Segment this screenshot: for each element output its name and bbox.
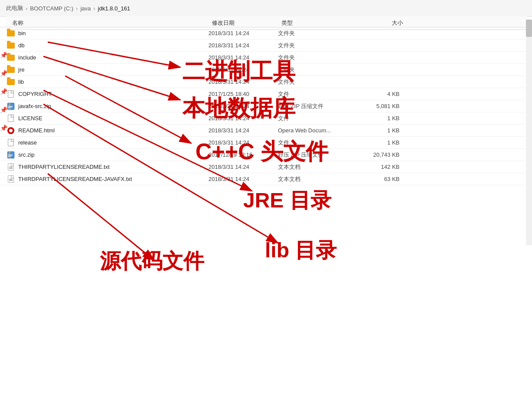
file-type: 文件夹 [278, 54, 356, 62]
col-header-type[interactable]: 类型 [281, 19, 360, 27]
file-name: LICENSE [18, 115, 208, 122]
table-row[interactable]: jre 2018/3/31 14:24 文件夹 [0, 64, 525, 76]
file-date: 2017/1/25 18:40 [208, 91, 278, 97]
file-type: Opera Web Docum... [278, 127, 356, 134]
file-icon [6, 90, 16, 98]
file-name: javafx-src.zip [18, 103, 208, 109]
table-row[interactable]: LICENSE 2018/3/31 14:24 文件 1 KB [0, 112, 525, 125]
opera-icon [6, 127, 16, 135]
folder-icon [6, 42, 16, 49]
file-type: 好压 ZIP 压缩文件 [278, 151, 356, 159]
table-row[interactable]: release 2018/3/31 14:24 文件 1 KB [0, 137, 525, 149]
svg-text:ZIP: ZIP [8, 105, 13, 108]
file-size: 20,743 KB [356, 151, 400, 158]
file-type: 文本文档 [278, 163, 356, 171]
file-type: 文件 [278, 115, 356, 122]
breadcrumb-sep: › [76, 5, 78, 12]
file-type: 好压 ZIP 压缩文件 [278, 102, 356, 110]
annotation-lib-dir: lib 目录 [265, 237, 337, 264]
col-header-size[interactable]: 大小 [360, 19, 403, 27]
folder-icon [6, 66, 16, 74]
file-type: 文件夹 [278, 42, 356, 49]
table-row[interactable]: COPYRIGHT 2017/1/25 18:40 文件 4 KB [0, 88, 525, 100]
breadcrumb-part[interactable]: BOOTCAMP (C:) [30, 5, 73, 12]
file-type: 文件夹 [278, 78, 356, 86]
left-navigation: 📌 📌 📌 📌 📌 [0, 48, 6, 131]
file-date: 2018/3/31 14:24 [208, 79, 278, 85]
file-size: 5,081 KB [356, 103, 400, 109]
table-row[interactable]: README.html 2018/3/31 14:24 Opera Web Do… [0, 125, 525, 137]
file-name: THIRDPARTYLICENSEREADME-JAVAFX.txt [18, 176, 208, 182]
file-date: 2018/3/31 14:24 [208, 30, 278, 36]
file-size: 63 KB [356, 176, 400, 182]
breadcrumb-part[interactable]: 此电脑 [6, 4, 23, 12]
zip-icon: ZIP [6, 151, 16, 159]
file-size: 142 KB [356, 164, 400, 170]
folder-icon [6, 78, 16, 86]
table-row[interactable]: THIRDPARTYLICENSEREADME.txt 2018/3/31 14… [0, 161, 525, 173]
file-size: 4 KB [356, 91, 400, 97]
file-type: 文件夹 [278, 66, 356, 74]
file-date: 2017/12/19 18:16 [208, 151, 278, 158]
col-header-name[interactable]: 名称 [12, 19, 212, 27]
file-date: 2018/3/31 14:24 [208, 54, 278, 61]
scrollbar[interactable] [526, 20, 532, 245]
file-list: bin 2018/3/31 14:24 文件夹 db 2018/3/31 14:… [0, 27, 525, 185]
annotation-source-files: 源代码文件 [100, 247, 204, 275]
file-name: src.zip [18, 151, 208, 158]
file-type: 文件夹 [278, 30, 356, 37]
textdoc-icon [6, 175, 16, 183]
pin-icon[interactable]: 📌 [0, 89, 6, 95]
zip-icon: ZIP [6, 102, 16, 110]
file-date: 2018/3/31 14:24 [208, 66, 278, 73]
file-name: lib [18, 79, 208, 85]
file-date: 2018/3/31 14:24 [208, 164, 278, 170]
file-type: 文件 [278, 90, 356, 98]
file-icon [6, 115, 16, 122]
breadcrumb-part[interactable]: java [80, 5, 91, 12]
table-row[interactable]: lib 2018/3/31 14:24 文件夹 [0, 76, 525, 88]
pin-icon[interactable]: 📌 [0, 125, 6, 131]
file-name: db [18, 42, 208, 49]
breadcrumb: 此电脑 › BOOTCAMP (C:) › java › jdk1.8.0_16… [0, 0, 532, 17]
file-date: 2018/3/31 14:24 [208, 139, 278, 146]
table-row[interactable]: ZIP javafx-src.zip 2018/3/31 14:24 好压 ZI… [0, 100, 525, 112]
table-row[interactable]: include 2018/3/31 14:24 文件夹 [0, 52, 525, 64]
scrollbar-thumb[interactable] [526, 20, 532, 37]
file-date: 2018/3/31 14:24 [208, 176, 278, 182]
file-type: 文件 [278, 139, 356, 147]
textdoc-icon [6, 163, 16, 171]
breadcrumb-current: jdk1.8.0_161 [98, 5, 130, 12]
pin-icon[interactable]: 📌 [0, 70, 6, 76]
table-row[interactable]: THIRDPARTYLICENSEREADME-JAVAFX.txt 2018/… [0, 173, 525, 185]
file-name: COPYRIGHT [18, 91, 208, 97]
file-date: 2018/3/31 14:24 [208, 103, 278, 109]
file-size: 1 KB [356, 127, 400, 134]
svg-text:ZIP: ZIP [8, 154, 13, 157]
annotation-jre-dir: JRE 目录 [243, 187, 331, 214]
file-date: 2018/3/31 14:24 [208, 115, 278, 122]
file-icon [6, 139, 16, 147]
file-name: release [18, 139, 208, 146]
file-name: README.html [18, 127, 208, 134]
file-type: 文本文档 [278, 175, 356, 183]
file-date: 2018/3/31 14:24 [208, 42, 278, 49]
svg-line-12 [48, 174, 154, 260]
breadcrumb-sep: › [93, 5, 95, 12]
folder-icon [6, 30, 16, 37]
pin-icon[interactable]: 📌 [0, 107, 6, 113]
file-size: 1 KB [356, 115, 400, 122]
table-row[interactable]: db 2018/3/31 14:24 文件夹 [0, 39, 525, 52]
col-header-date[interactable]: 修改日期 [212, 19, 281, 27]
table-row[interactable]: ZIP src.zip 2017/12/19 18:16 好压 ZIP 压缩文件… [0, 149, 525, 161]
pin-icon[interactable]: 📌 [0, 52, 6, 58]
file-name: bin [18, 30, 208, 36]
file-size: 1 KB [356, 139, 400, 146]
file-name: jre [18, 66, 208, 73]
folder-icon [6, 54, 16, 62]
file-name: include [18, 54, 208, 61]
breadcrumb-sep: › [26, 5, 27, 12]
file-name: THIRDPARTYLICENSEREADME.txt [18, 164, 208, 170]
file-date: 2018/3/31 14:24 [208, 127, 278, 134]
table-row[interactable]: bin 2018/3/31 14:24 文件夹 [0, 27, 525, 39]
